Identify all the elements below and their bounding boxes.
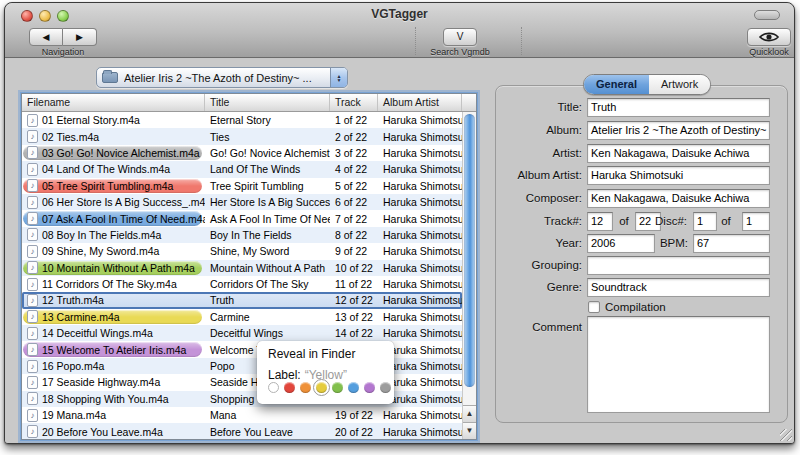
artist-field[interactable]: Ken Nakagawa, Daisuke Achiwa <box>587 144 770 163</box>
title-cell: Truth <box>205 292 330 308</box>
table-row[interactable]: ♪15 Welcome To Atelier Iris.m4aWelcome T… <box>22 341 462 357</box>
table-row[interactable]: ♪12 Truth.m4aTruth12 of 22Haruka Shimots… <box>22 292 462 308</box>
compilation-checkbox[interactable] <box>588 301 600 313</box>
title-cell: Land Of The Winds <box>205 161 330 177</box>
track-table: Filename Title Track Album Artist ♪01 Et… <box>21 93 477 440</box>
column-header-album-artist[interactable]: Album Artist <box>378 94 462 111</box>
composer-field[interactable]: Ken Nakagawa, Daisuke Achiwa <box>587 189 770 208</box>
album-artist-label: Album Artist: <box>492 169 582 181</box>
title-cell: Tree Spirit Tumbling <box>205 178 330 194</box>
filename-cell: ♪08 Boy In The Fields.m4a <box>22 227 205 243</box>
stepper-arrows-icon[interactable]: ▲▼ <box>330 68 347 87</box>
filename-cell: ♪07 Ask A Fool In Time Of Need.m4a <box>22 210 205 226</box>
filename-text: 12 Truth.m4a <box>42 294 104 306</box>
search-vgmdb-button[interactable]: V <box>443 28 477 46</box>
forward-button[interactable]: ▶ <box>63 28 97 46</box>
toolbar-separator <box>415 27 416 55</box>
filename-cell: ♪16 Popo.m4a <box>22 358 205 374</box>
scrollbar-thumb[interactable] <box>464 114 475 387</box>
music-note-icon: ♪ <box>27 392 38 405</box>
table-row[interactable]: ♪19 Mana.m4aMana19 of 22Haruka Shimotsuk… <box>22 407 462 423</box>
table-header: Filename Title Track Album Artist <box>22 94 476 112</box>
tab-artwork[interactable]: Artwork <box>649 75 710 94</box>
resize-grip[interactable] <box>780 429 792 441</box>
filename-cell: ♪12 Truth.m4a <box>22 292 205 308</box>
disc-number-label: Disc#: <box>621 215 687 227</box>
quicklook-label: Quicklook <box>743 47 795 57</box>
label-color-blue[interactable] <box>348 382 359 393</box>
genre-field[interactable]: Soundtrack <box>587 278 770 297</box>
disc-number-field[interactable]: 1 <box>693 212 717 231</box>
album-selector[interactable]: Atelier Iris 2 ~The Azoth of Destiny~ ..… <box>96 67 348 88</box>
table-row[interactable]: ♪06 Her Store Is A Big Success_.m4aHer S… <box>22 194 462 210</box>
table-row[interactable]: ♪20 Before You Leave.m4aBefore You Leave… <box>22 423 462 439</box>
filename-cell: ♪02 Ties.m4a <box>22 128 205 144</box>
artist-label: Artist: <box>492 147 582 159</box>
table-row[interactable]: ♪05 Tree Spirit Tumbling.m4aTree Spirit … <box>22 178 462 194</box>
table-row[interactable]: ♪08 Boy In The Fields.m4aBoy In The Fiel… <box>22 227 462 243</box>
table-row[interactable]: ♪09 Shine, My Sword.m4aShine, My Sword9 … <box>22 243 462 259</box>
scroll-down-button[interactable]: ▼ <box>463 422 476 439</box>
filename-text: 11 Corridors Of The Sky.m4a <box>42 278 177 290</box>
track-cell: 7 of 22 <box>330 210 378 226</box>
vertical-scrollbar[interactable]: ▲ ▼ <box>462 112 476 439</box>
label-color-orange[interactable] <box>300 382 311 393</box>
label-color-gray[interactable] <box>380 382 391 393</box>
album-artist-cell: Haruka Shimotsuki <box>378 423 462 439</box>
music-note-icon: ♪ <box>27 376 38 389</box>
music-note-icon: ♪ <box>27 294 38 307</box>
filename-cell: ♪04 Land Of The Winds.m4a <box>22 161 205 177</box>
navigation-label: Navigation <box>29 47 97 57</box>
filename-text: 17 Seaside Highway.m4a <box>42 376 160 388</box>
label-color-purple[interactable] <box>364 382 375 393</box>
track-cell: 4 of 22 <box>330 161 378 177</box>
column-header-title[interactable]: Title <box>205 94 330 111</box>
column-header-track[interactable]: Track <box>330 94 378 111</box>
scroll-up-button[interactable]: ▲ <box>463 405 476 422</box>
album-artist-field[interactable]: Haruka Shimotsuki <box>587 166 770 185</box>
label-caption: Label:“Yellow” <box>257 361 394 382</box>
filename-text: 20 Before You Leave.m4a <box>42 426 163 438</box>
table-row[interactable]: ♪01 Eternal Story.m4aEternal Story1 of 2… <box>22 112 462 128</box>
table-row[interactable]: ♪02 Ties.m4aTies2 of 22Haruka Shimotsuki <box>22 128 462 144</box>
table-row[interactable]: ♪07 Ask A Fool In Time Of Need.m4aAsk A … <box>22 210 462 226</box>
title-cell: Before You Leave <box>205 423 330 439</box>
comment-field[interactable] <box>587 316 770 413</box>
track-number-label: Track#: <box>492 215 582 227</box>
menu-item-reveal-in-finder[interactable]: Reveal in Finder <box>257 341 394 361</box>
table-row[interactable]: ♪13 Carmine.m4aCarmine13 of 22Haruka Shi… <box>22 309 462 325</box>
album-artist-cell: Haruka Shimotsuki <box>378 260 462 276</box>
column-header-filename[interactable]: Filename <box>22 94 205 111</box>
track-cell: 19 of 22 <box>330 407 378 423</box>
label-color-red[interactable] <box>284 382 295 393</box>
table-row[interactable]: ♪11 Corridors Of The Sky.m4aCorridors Of… <box>22 276 462 292</box>
quicklook-button[interactable] <box>747 28 791 46</box>
album-field[interactable]: Atelier Iris 2 ~The Azoth of Destiny~ <box>587 121 770 140</box>
track-number-field[interactable]: 12 <box>587 212 613 231</box>
toolbar-toggle-button[interactable] <box>754 10 780 20</box>
album-artist-cell: Haruka Shimotsuki <box>378 145 462 161</box>
tab-general[interactable]: General <box>584 75 649 94</box>
track-cell: 13 of 22 <box>330 309 378 325</box>
filename-text: 07 Ask A Fool In Time Of Need.m4a <box>42 213 205 225</box>
label-color-none[interactable] <box>268 382 279 393</box>
eye-icon <box>758 31 780 43</box>
music-note-icon: ♪ <box>27 196 38 209</box>
table-row[interactable]: ♪03 Go! Go! Novice Alchemist.m4aGo! Go! … <box>22 145 462 161</box>
grouping-field[interactable] <box>587 256 770 275</box>
table-row[interactable]: ♪17 Seaside Highway.m4aSeaside Highway17… <box>22 374 462 390</box>
bpm-field[interactable]: 67 <box>693 234 770 253</box>
forward-icon: ▶ <box>76 32 83 42</box>
table-row[interactable]: ♪04 Land Of The Winds.m4aLand Of The Win… <box>22 161 462 177</box>
table-row[interactable]: ♪16 Popo.m4aPopo16 of 22Haruka Shimotsuk… <box>22 358 462 374</box>
back-button[interactable]: ◀ <box>29 28 63 46</box>
album-artist-cell: Haruka Shimotsuki <box>378 194 462 210</box>
label-color-green[interactable] <box>332 382 343 393</box>
table-row[interactable]: ♪14 Deceitful Wings.m4aDeceitful Wings14… <box>22 325 462 341</box>
table-row[interactable]: ♪10 Mountain Without A Path.m4aMountain … <box>22 260 462 276</box>
disc-total-field[interactable]: 1 <box>742 212 770 231</box>
filename-text: 04 Land Of The Winds.m4a <box>42 163 170 175</box>
title-field[interactable]: Truth <box>587 98 770 117</box>
label-color-yellow[interactable] <box>316 382 327 393</box>
table-row[interactable]: ♪18 Shopping With You.m4aShopping With Y… <box>22 391 462 407</box>
